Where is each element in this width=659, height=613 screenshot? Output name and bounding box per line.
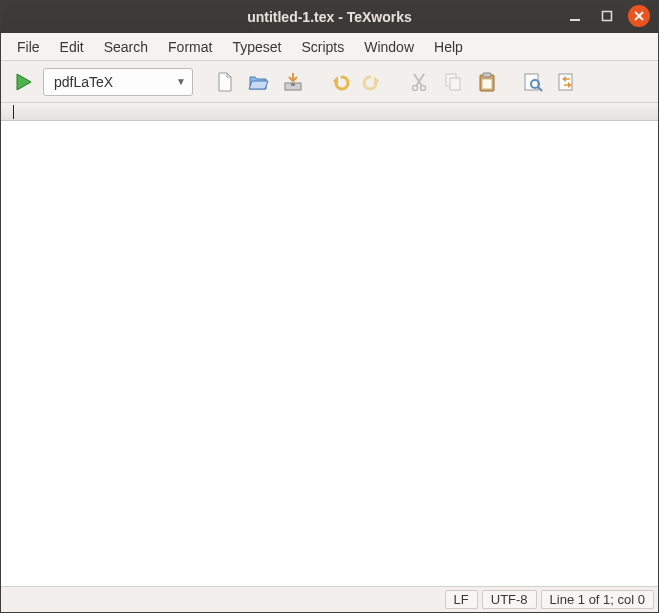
text-editor[interactable]	[1, 121, 658, 586]
maximize-icon	[601, 10, 613, 22]
play-icon	[12, 71, 34, 93]
find-button[interactable]	[519, 68, 547, 96]
svg-rect-1	[603, 12, 612, 21]
redo-icon	[362, 71, 384, 93]
typeset-engine-dropdown[interactable]: pdfLaTeX ▼	[43, 68, 193, 96]
maximize-button[interactable]	[596, 5, 618, 27]
svg-marker-4	[17, 74, 31, 90]
find-icon	[522, 71, 544, 93]
menu-help[interactable]: Help	[426, 37, 471, 57]
minimize-button[interactable]	[564, 5, 586, 27]
menu-typeset[interactable]: Typeset	[224, 37, 289, 57]
save-button[interactable]	[279, 68, 307, 96]
save-icon	[282, 71, 304, 93]
title-bar: untitled-1.tex - TeXworks	[1, 1, 658, 33]
paste-icon	[476, 71, 498, 93]
window-controls	[564, 5, 650, 27]
svg-rect-16	[483, 73, 491, 77]
toolbar: pdfLaTeX ▼	[1, 61, 658, 103]
cursor-indicator	[13, 105, 14, 119]
menu-format[interactable]: Format	[160, 37, 220, 57]
undo-icon	[328, 71, 350, 93]
minimize-icon	[569, 10, 581, 22]
open-folder-icon	[248, 71, 270, 93]
open-file-button[interactable]	[245, 68, 273, 96]
cursor-position-indicator[interactable]: Line 1 of 1; col 0	[541, 590, 654, 609]
paste-button[interactable]	[473, 68, 501, 96]
encoding-indicator[interactable]: UTF-8	[482, 590, 537, 609]
svg-rect-14	[450, 78, 460, 90]
menu-bar: File Edit Search Format Typeset Scripts …	[1, 33, 658, 61]
window-title: untitled-1.tex - TeXworks	[247, 9, 412, 25]
copy-icon	[442, 71, 464, 93]
copy-button[interactable]	[439, 68, 467, 96]
close-icon	[634, 11, 644, 21]
texworks-window: untitled-1.tex - TeXworks File Edit Sear…	[0, 0, 659, 613]
replace-button[interactable]	[553, 68, 581, 96]
typeset-button[interactable]	[9, 68, 37, 96]
replace-icon	[556, 71, 578, 93]
status-bar: LF UTF-8 Line 1 of 1; col 0	[1, 586, 658, 612]
cut-button[interactable]	[405, 68, 433, 96]
close-button[interactable]	[628, 5, 650, 27]
new-file-icon	[214, 71, 236, 93]
menu-file[interactable]: File	[9, 37, 48, 57]
menu-search[interactable]: Search	[96, 37, 156, 57]
undo-button[interactable]	[325, 68, 353, 96]
line-ending-indicator[interactable]: LF	[445, 590, 478, 609]
svg-rect-6	[291, 83, 295, 86]
menu-scripts[interactable]: Scripts	[293, 37, 352, 57]
editor-ruler	[1, 103, 658, 121]
new-file-button[interactable]	[211, 68, 239, 96]
menu-edit[interactable]: Edit	[52, 37, 92, 57]
cut-icon	[408, 71, 430, 93]
svg-point-11	[413, 85, 418, 90]
svg-line-20	[538, 87, 542, 91]
menu-window[interactable]: Window	[356, 37, 422, 57]
redo-button[interactable]	[359, 68, 387, 96]
chevron-down-icon: ▼	[176, 76, 186, 87]
typeset-engine-label: pdfLaTeX	[54, 74, 113, 90]
svg-point-12	[421, 85, 426, 90]
svg-rect-17	[482, 79, 492, 89]
